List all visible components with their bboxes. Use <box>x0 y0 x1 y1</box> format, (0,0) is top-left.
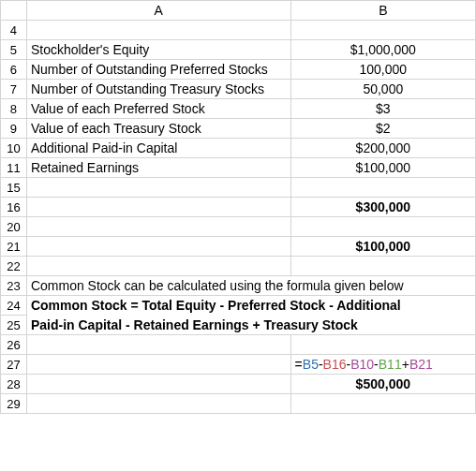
row-header[interactable]: 27 <box>1 355 27 375</box>
formula-ref-b21: B21 <box>409 357 433 372</box>
cell-a22[interactable] <box>26 257 290 276</box>
cell-a10[interactable]: Additional Paid-in Capital <box>26 139 290 158</box>
row-7: 7 Number of Outstanding Treasury Stocks … <box>1 80 476 99</box>
cell-b10[interactable]: $200,000 <box>290 139 475 158</box>
spreadsheet[interactable]: A B 4 5 Stockholder's Equity $1,000,000 … <box>0 0 476 414</box>
row-header[interactable]: 25 <box>1 316 27 335</box>
cell-a5[interactable]: Stockholder's Equity <box>26 40 290 60</box>
cell-b28[interactable]: $500,000 <box>290 375 475 394</box>
row-24: 24 Common Stock = Total Equity - Preferr… <box>1 296 476 316</box>
row-header[interactable]: 6 <box>1 60 27 80</box>
cell-a25[interactable]: Paid-in Capital - Retained Earnings + Tr… <box>26 316 475 335</box>
row-header[interactable]: 9 <box>1 119 27 139</box>
cell-a29[interactable] <box>26 394 290 414</box>
row-header[interactable]: 11 <box>1 158 27 178</box>
cell-a28[interactable]: Common Stock <box>26 375 290 394</box>
cell-a4[interactable] <box>26 21 290 40</box>
cell-b15[interactable] <box>290 178 475 198</box>
row-23: 23 Common Stock can be calculated using … <box>1 276 476 296</box>
formula-ref-b11: B11 <box>379 357 402 372</box>
row-9: 9 Value of each Treasury Stock $2 <box>1 119 476 139</box>
cell-b27[interactable]: =B5-B16-B10-B11+B21 <box>290 355 475 375</box>
cell-b4[interactable] <box>290 21 475 40</box>
cell-a7[interactable]: Number of Outstanding Treasury Stocks <box>26 80 290 99</box>
row-15: 15 <box>1 178 476 198</box>
row-5: 5 Stockholder's Equity $1,000,000 <box>1 40 476 60</box>
row-header[interactable]: 20 <box>1 217 27 237</box>
cell-b5[interactable]: $1,000,000 <box>290 40 475 60</box>
row-22: 22 <box>1 257 476 276</box>
row-27: 27 Common Stock Formula =B5-B16-B10-B11+… <box>1 355 476 375</box>
column-header-row: A B <box>1 1 476 21</box>
cell-b20[interactable] <box>290 217 475 237</box>
row-20: 20 <box>1 217 476 237</box>
row-29: 29 <box>1 394 476 414</box>
cell-b22[interactable] <box>290 257 475 276</box>
row-26: 26 <box>1 335 476 355</box>
row-header[interactable]: 4 <box>1 21 27 40</box>
row-11: 11 Retained Earnings $100,000 <box>1 158 476 178</box>
row-21: 21 Treasury Stock $100,000 <box>1 237 476 257</box>
row-6: 6 Number of Outstanding Preferred Stocks… <box>1 60 476 80</box>
row-28: 28 Common Stock $500,000 <box>1 375 476 394</box>
cell-b9[interactable]: $2 <box>290 119 475 139</box>
formula-eq: = <box>295 357 303 372</box>
row-header[interactable]: 10 <box>1 139 27 158</box>
row-4: 4 <box>1 21 476 40</box>
cell-b26[interactable] <box>290 335 475 355</box>
row-25: 25 Paid-in Capital - Retained Earnings +… <box>1 316 476 335</box>
cell-a11[interactable]: Retained Earnings <box>26 158 290 178</box>
cell-a24[interactable]: Common Stock = Total Equity - Preferred … <box>26 296 475 316</box>
row-header[interactable]: 28 <box>1 375 27 394</box>
cell-b6[interactable]: 100,000 <box>290 60 475 80</box>
row-header[interactable]: 22 <box>1 257 27 276</box>
row-header[interactable]: 16 <box>1 198 27 217</box>
cell-a16[interactable]: Preferred Stock <box>26 198 290 217</box>
cell-b7[interactable]: 50,000 <box>290 80 475 99</box>
col-header-b[interactable]: B <box>290 1 475 21</box>
cell-b29[interactable] <box>290 394 475 414</box>
row-8: 8 Value of each Preferred Stock $3 <box>1 99 476 119</box>
row-16: 16 Preferred Stock $300,000 <box>1 198 476 217</box>
row-header[interactable]: 8 <box>1 99 27 119</box>
cell-a20[interactable] <box>26 217 290 237</box>
row-header[interactable]: 29 <box>1 394 27 414</box>
cell-a21[interactable]: Treasury Stock <box>26 237 290 257</box>
cell-a8[interactable]: Value of each Preferred Stock <box>26 99 290 119</box>
row-header[interactable]: 7 <box>1 80 27 99</box>
cell-b16[interactable]: $300,000 <box>290 198 475 217</box>
formula-op: + <box>402 357 409 372</box>
formula-ref-b10: B10 <box>350 357 374 372</box>
cell-a15[interactable] <box>26 178 290 198</box>
cell-a27[interactable]: Common Stock Formula <box>26 355 290 375</box>
cell-a23[interactable]: Common Stock can be calculated using the… <box>26 276 475 296</box>
row-header[interactable]: 24 <box>1 296 27 316</box>
row-header[interactable]: 23 <box>1 276 27 296</box>
row-header[interactable]: 26 <box>1 335 27 355</box>
cell-b21[interactable]: $100,000 <box>290 237 475 257</box>
row-header[interactable]: 21 <box>1 237 27 257</box>
cell-b8[interactable]: $3 <box>290 99 475 119</box>
corner-cell[interactable] <box>1 1 27 21</box>
formula-ref-b16: B16 <box>323 357 347 372</box>
row-header[interactable]: 5 <box>1 40 27 60</box>
row-header[interactable]: 15 <box>1 178 27 198</box>
cell-a6[interactable]: Number of Outstanding Preferred Stocks <box>26 60 290 80</box>
cell-b11[interactable]: $100,000 <box>290 158 475 178</box>
cell-a9[interactable]: Value of each Treasury Stock <box>26 119 290 139</box>
cell-a26[interactable] <box>26 335 290 355</box>
formula-ref-b5: B5 <box>303 357 319 372</box>
col-header-a[interactable]: A <box>26 1 290 21</box>
row-10: 10 Additional Paid-in Capital $200,000 <box>1 139 476 158</box>
